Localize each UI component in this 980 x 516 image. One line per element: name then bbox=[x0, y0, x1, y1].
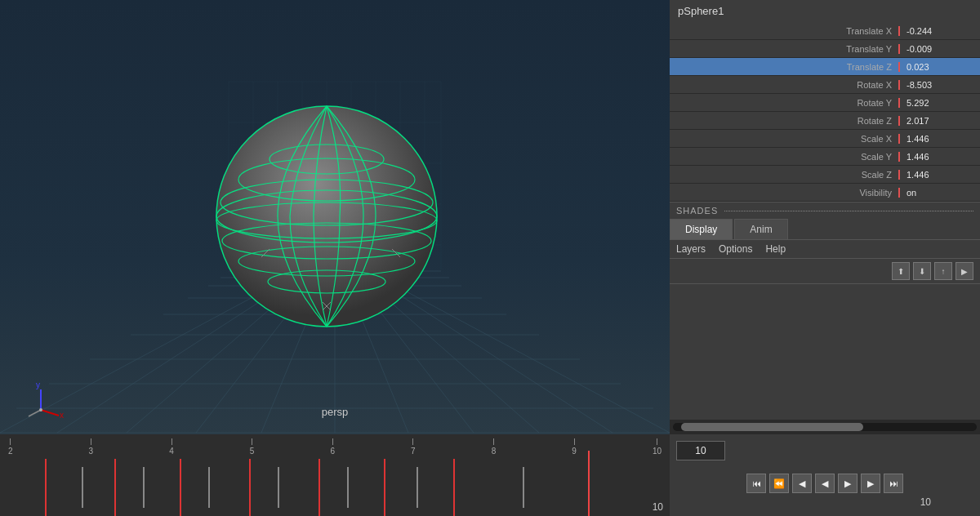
overflow-icon[interactable]: ▶ bbox=[956, 262, 973, 280]
layer-content bbox=[670, 284, 980, 420]
remove-layer-icon[interactable]: ⬇ bbox=[913, 262, 931, 280]
timeline-ruler: 2345678910 bbox=[0, 434, 670, 459]
add-layer-icon[interactable]: ⬆ bbox=[892, 262, 910, 280]
property-value[interactable]: 1.446 bbox=[898, 152, 980, 162]
property-label: Visibility bbox=[670, 188, 898, 198]
svg-line-53 bbox=[41, 410, 59, 416]
tab-display[interactable]: Display bbox=[670, 219, 733, 239]
property-value[interactable]: 5.292 bbox=[898, 98, 980, 108]
persp-label: persp bbox=[322, 406, 349, 418]
right-panel: pSphere1 Translate X-0.244Translate Y-0.… bbox=[670, 0, 980, 434]
property-row[interactable]: Translate Z0.023 bbox=[670, 58, 980, 76]
property-label: Rotate Z bbox=[670, 116, 898, 126]
property-value[interactable]: -8.503 bbox=[898, 80, 980, 90]
property-label: Translate Z bbox=[670, 62, 898, 72]
scrollbar-track[interactable] bbox=[673, 423, 977, 431]
gray-keyframe-marker bbox=[347, 467, 349, 508]
property-row[interactable]: Scale Y1.446 bbox=[670, 148, 980, 166]
axis-indicator: y x bbox=[24, 381, 65, 422]
property-row[interactable]: Rotate Y5.292 bbox=[670, 94, 980, 112]
tabs-bar: DisplayAnim bbox=[670, 219, 980, 240]
property-value[interactable]: 1.446 bbox=[898, 170, 980, 180]
gray-keyframe-marker bbox=[208, 467, 210, 508]
red-keyframe-marker bbox=[45, 459, 47, 516]
scrollbar-thumb[interactable] bbox=[681, 423, 863, 431]
ruler-mark: 9 bbox=[572, 438, 577, 456]
next-frame-btn[interactable]: ▶ bbox=[861, 474, 880, 493]
gray-keyframe-marker bbox=[523, 467, 524, 508]
property-value[interactable]: on bbox=[898, 188, 980, 198]
menu-item-help[interactable]: Help bbox=[765, 243, 786, 255]
ruler-mark: 8 bbox=[492, 438, 497, 456]
gray-keyframe-marker bbox=[278, 467, 279, 508]
property-row[interactable]: Visibilityon bbox=[670, 184, 980, 202]
transport-controls: ⏮⏪◀◀▶▶⏭ bbox=[740, 467, 910, 500]
property-value[interactable]: 1.446 bbox=[898, 134, 980, 144]
ruler-mark: 5 bbox=[250, 438, 255, 456]
property-value[interactable]: 0.023 bbox=[898, 62, 980, 72]
step-back-btn[interactable]: ⏪ bbox=[769, 474, 789, 493]
property-label: Rotate X bbox=[670, 80, 898, 90]
ruler-mark: 4 bbox=[169, 438, 174, 456]
current-frame-input[interactable]: 10 bbox=[676, 441, 725, 460]
red-keyframe-marker bbox=[384, 459, 385, 516]
timeline: 2345678910 10 10 ⏮⏪◀◀▶▶⏭ 10 bbox=[0, 434, 980, 516]
shades-dots bbox=[724, 211, 973, 211]
gray-keyframe-marker bbox=[82, 467, 83, 508]
property-label: Translate Y bbox=[670, 44, 898, 54]
tab-anim[interactable]: Anim bbox=[734, 219, 787, 239]
end-frame-label: 10 bbox=[920, 496, 931, 508]
ruler-marks: 2345678910 bbox=[0, 438, 670, 456]
gray-keyframe-marker bbox=[416, 467, 418, 508]
play-btn[interactable]: ▶ bbox=[838, 474, 858, 493]
svg-text:y: y bbox=[36, 381, 40, 389]
keyframe-area[interactable]: 10 bbox=[0, 459, 670, 516]
ruler-mark: 6 bbox=[330, 438, 335, 456]
ruler-mark: 3 bbox=[89, 438, 94, 456]
svg-point-56 bbox=[39, 408, 42, 411]
playhead[interactable] bbox=[588, 451, 590, 516]
property-value[interactable]: 2.017 bbox=[898, 116, 980, 126]
menu-item-options[interactable]: Options bbox=[719, 243, 752, 255]
property-row[interactable]: Scale X1.446 bbox=[670, 130, 980, 148]
go-to-end-btn[interactable]: ⏭ bbox=[884, 474, 903, 493]
ruler-mark: 2 bbox=[8, 438, 13, 456]
red-keyframe-marker bbox=[114, 459, 116, 516]
property-value[interactable]: -0.244 bbox=[898, 26, 980, 36]
prev-frame-btn[interactable]: ◀ bbox=[792, 474, 812, 493]
object-name: pSphere1 bbox=[670, 0, 980, 22]
property-label: Scale Z bbox=[670, 170, 898, 180]
shades-label: SHADES bbox=[676, 206, 718, 216]
property-label: Scale X bbox=[670, 134, 898, 144]
timeline-left[interactable]: 2345678910 10 bbox=[0, 434, 670, 516]
h-scrollbar[interactable] bbox=[670, 420, 980, 434]
gray-keyframe-marker bbox=[143, 467, 145, 508]
timeline-right: 10 ⏮⏪◀◀▶▶⏭ 10 bbox=[670, 434, 980, 516]
property-row[interactable]: Scale Z1.446 bbox=[670, 166, 980, 184]
property-row[interactable]: Rotate Z2.017 bbox=[670, 112, 980, 130]
layer-toolbar: ⬆⬇↑▶ bbox=[670, 259, 980, 284]
property-row[interactable]: Rotate X-8.503 bbox=[670, 76, 980, 94]
property-label: Scale Y bbox=[670, 152, 898, 162]
property-row[interactable]: Translate X-0.244 bbox=[670, 22, 980, 40]
move-up-icon[interactable]: ↑ bbox=[934, 262, 952, 280]
property-row[interactable]: Translate Y-0.009 bbox=[670, 40, 980, 58]
shades-divider: SHADES bbox=[670, 202, 980, 219]
play-back-btn[interactable]: ◀ bbox=[815, 474, 835, 493]
property-label: Rotate Y bbox=[670, 98, 898, 108]
viewport[interactable]: persp y x bbox=[0, 0, 670, 434]
ruler-mark: 10 bbox=[653, 438, 662, 456]
viewport-grid bbox=[0, 0, 670, 434]
property-value[interactable]: -0.009 bbox=[898, 44, 980, 54]
menu-item-layers[interactable]: Layers bbox=[676, 243, 706, 255]
end-frame-number: 10 bbox=[653, 501, 663, 513]
menu-bar: LayersOptionsHelp bbox=[670, 240, 980, 259]
main-container: persp y x pSphere1 Translate X-0.244Tran bbox=[0, 0, 980, 434]
property-label: Translate X bbox=[670, 26, 898, 36]
properties-list: Translate X-0.244Translate Y-0.009Transl… bbox=[670, 22, 980, 202]
go-to-start-btn[interactable]: ⏮ bbox=[746, 474, 766, 493]
svg-text:x: x bbox=[60, 411, 64, 420]
red-keyframe-marker bbox=[180, 459, 181, 516]
red-keyframe-marker bbox=[249, 459, 251, 516]
ruler-mark: 7 bbox=[411, 438, 416, 456]
